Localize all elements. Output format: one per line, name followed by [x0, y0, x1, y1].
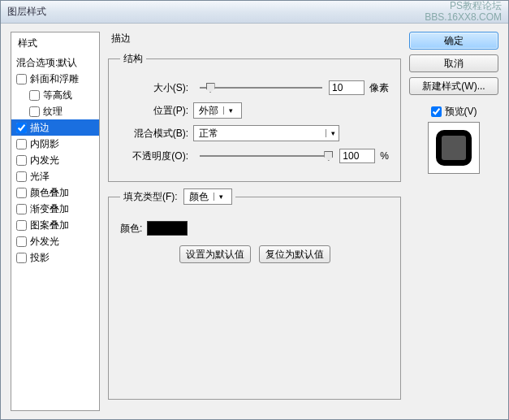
reset-default-button[interactable]: 复位为默认值 [259, 245, 330, 263]
sidebar-item-1[interactable]: 等高线 [11, 87, 99, 103]
sidebar-checkbox-2[interactable] [29, 106, 40, 117]
chevron-down-icon: ▾ [326, 129, 339, 137]
size-input[interactable] [329, 80, 364, 95]
sidebar-item-0[interactable]: 斜面和浮雕 [11, 71, 99, 87]
sidebar-item-label: 外发光 [30, 235, 59, 249]
blend-mode-label: 混合模式(B): [120, 127, 193, 141]
structure-legend: 结构 [120, 52, 146, 66]
styles-sidebar: 样式 混合选项:默认 斜面和浮雕等高线纹理描边内阴影内发光光泽颜色叠加渐变叠加图… [11, 32, 100, 411]
opacity-unit: % [380, 150, 389, 162]
sidebar-checkbox-8[interactable] [16, 204, 27, 214]
watermark: PS教程论坛 BBS.16XX8.COM [425, 1, 502, 22]
sidebar-item-3[interactable]: 描边 [11, 119, 99, 136]
layer-style-dialog: 图层样式 PS教程论坛 BBS.16XX8.COM 样式 混合选项:默认 斜面和… [0, 0, 509, 420]
sidebar-item-label: 颜色叠加 [30, 186, 69, 200]
blend-mode-select[interactable]: 正常▾ [193, 125, 339, 141]
sidebar-checkbox-9[interactable] [16, 220, 27, 231]
right-column: 确定 取消 新建样式(W)... 预览(V) [409, 32, 498, 411]
titlebar[interactable]: 图层样式 PS教程论坛 BBS.16XX8.COM [1, 1, 508, 24]
sidebar-item-label: 光泽 [30, 170, 50, 184]
sidebar-item-6[interactable]: 光泽 [11, 168, 99, 184]
ok-button[interactable]: 确定 [409, 32, 498, 50]
sidebar-checkbox-0[interactable] [16, 74, 27, 84]
color-swatch[interactable] [147, 221, 188, 236]
sidebar-checkbox-5[interactable] [16, 155, 27, 166]
sidebar-item-4[interactable]: 内阴影 [11, 136, 99, 152]
sidebar-checkbox-7[interactable] [16, 188, 27, 198]
opacity-slider[interactable] [200, 155, 333, 157]
sidebar-item-label: 内发光 [30, 154, 59, 167]
new-style-button[interactable]: 新建样式(W)... [409, 77, 498, 95]
set-default-button[interactable]: 设置为默认值 [179, 245, 251, 263]
sidebar-item-label: 等高线 [43, 89, 72, 102]
sidebar-item-7[interactable]: 颜色叠加 [11, 184, 99, 201]
size-unit: 像素 [369, 81, 389, 95]
sidebar-checkbox-11[interactable] [16, 253, 27, 263]
sidebar-item-11[interactable]: 投影 [11, 249, 99, 266]
section-title: 描边 [108, 32, 401, 45]
fill-type-select[interactable]: 颜色▾ [183, 188, 232, 205]
window-title: 图层样式 [7, 5, 46, 19]
sidebar-item-label: 描边 [30, 121, 50, 135]
fill-fieldset: 填充类型(F): 颜色▾ 颜色: 设置为默认值 复位为默认值 [108, 188, 401, 400]
structure-fieldset: 结构 大小(S): 像素 位置(P): 外部▾ 混合模式(B): [108, 52, 401, 182]
size-label: 大小(S): [120, 81, 193, 95]
preview-checkbox[interactable]: 预览(V) [431, 105, 477, 119]
preview-thumbnail [428, 122, 480, 174]
chevron-down-icon: ▾ [223, 106, 236, 115]
sidebar-item-8[interactable]: 渐变叠加 [11, 201, 99, 217]
sidebar-checkbox-4[interactable] [16, 139, 27, 149]
sidebar-item-2[interactable]: 纹理 [11, 103, 99, 119]
position-select[interactable]: 外部▾ [193, 102, 242, 119]
color-label: 颜色: [120, 222, 142, 236]
sidebar-item-label: 图案叠加 [30, 219, 69, 232]
sidebar-checkbox-3[interactable] [16, 123, 27, 133]
opacity-input[interactable] [339, 149, 375, 163]
sidebar-item-label: 投影 [30, 251, 50, 265]
main-panel: 描边 结构 大小(S): 像素 位置(P): 外部▾ 混合模式(B): [108, 32, 401, 411]
sidebar-item-label: 纹理 [43, 105, 63, 119]
size-slider[interactable] [200, 87, 322, 89]
fill-legend: 填充类型(F): 颜色▾ [120, 188, 235, 205]
sidebar-checkbox-1[interactable] [29, 90, 40, 101]
sidebar-checkbox-6[interactable] [16, 171, 27, 182]
sidebar-blend-options[interactable]: 混合选项:默认 [11, 54, 99, 71]
sidebar-item-label: 渐变叠加 [30, 202, 69, 216]
sidebar-header[interactable]: 样式 [11, 32, 99, 54]
cancel-button[interactable]: 取消 [409, 54, 498, 72]
sidebar-item-label: 内阴影 [30, 137, 59, 151]
sidebar-item-9[interactable]: 图案叠加 [11, 217, 99, 233]
opacity-label: 不透明度(O): [120, 149, 193, 163]
preview-inner [436, 130, 472, 166]
chevron-down-icon: ▾ [214, 193, 226, 201]
position-label: 位置(P): [120, 104, 193, 118]
sidebar-item-label: 斜面和浮雕 [30, 72, 79, 86]
sidebar-checkbox-10[interactable] [16, 236, 27, 247]
content: 样式 混合选项:默认 斜面和浮雕等高线纹理描边内阴影内发光光泽颜色叠加渐变叠加图… [1, 24, 508, 419]
sidebar-item-5[interactable]: 内发光 [11, 152, 99, 168]
sidebar-item-10[interactable]: 外发光 [11, 233, 99, 249]
